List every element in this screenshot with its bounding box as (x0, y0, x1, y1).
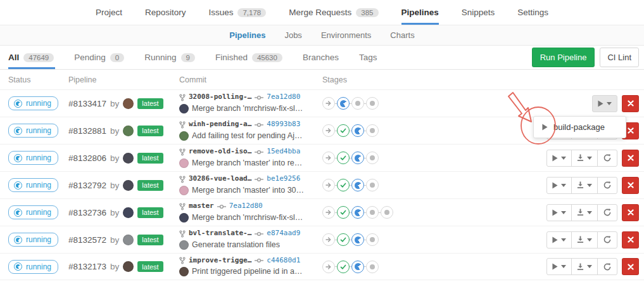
pipeline-id-link[interactable]: #8132736 (68, 208, 106, 217)
status-badge[interactable]: running (8, 124, 58, 138)
cancel-pipeline-button[interactable] (622, 150, 639, 167)
stage-running-icon[interactable] (351, 152, 364, 164)
commit-message-link[interactable]: Merge branch 'master' into 30… (192, 184, 304, 197)
stage-running-icon[interactable] (351, 206, 364, 219)
status-badge[interactable]: running (8, 260, 58, 274)
run-pipeline-button[interactable]: Run Pipeline (532, 48, 595, 67)
commit-author-avatar[interactable] (179, 186, 189, 195)
retry-pipeline-button[interactable] (597, 231, 617, 248)
commit-message-link[interactable]: Merge branch 'master' into re… (192, 157, 302, 169)
subnav-item-charts[interactable]: Charts (390, 30, 414, 40)
user-avatar[interactable] (123, 180, 134, 191)
main-nav-item-project[interactable]: Project (96, 0, 122, 25)
stage-passed-icon[interactable] (337, 179, 350, 191)
tab-finished[interactable]: Finished 45630 (205, 46, 293, 69)
main-nav-item-merge-requests[interactable]: Merge Requests 385 (289, 0, 378, 25)
stage-skipped-icon[interactable] (322, 179, 335, 191)
commit-sha-link[interactable]: 48993b83 (267, 119, 300, 130)
cancel-pipeline-button[interactable] (622, 258, 639, 275)
download-artifacts-button[interactable] (571, 204, 598, 221)
status-badge[interactable]: running (8, 233, 58, 247)
cancel-pipeline-button[interactable] (622, 95, 639, 112)
cancel-pipeline-button[interactable] (622, 204, 639, 221)
status-badge[interactable]: running (8, 178, 58, 192)
commit-message-link[interactable]: Merge branch 'mrchrisw-fix-sl… (192, 103, 303, 115)
stage-created-icon[interactable] (381, 206, 393, 219)
commit-message-link[interactable]: Print triggered pipeline id in a… (192, 266, 302, 278)
pipeline-id-link[interactable]: #8133417 (68, 99, 106, 108)
stage-created-icon[interactable] (366, 233, 379, 246)
tab-pending[interactable]: Pending 0 (64, 46, 134, 69)
user-avatar[interactable] (123, 207, 134, 218)
branch-name-link[interactable]: remove-old-iso… (189, 146, 251, 157)
commit-message-link[interactable]: Generate translation files (192, 239, 280, 251)
commit-author-avatar[interactable] (179, 267, 189, 276)
retry-pipeline-button[interactable] (597, 150, 617, 167)
stage-skipped-icon[interactable] (322, 261, 335, 273)
stage-skipped-icon[interactable] (322, 206, 335, 219)
tab-all[interactable]: All 47649 (8, 46, 64, 69)
branch-name-link[interactable]: winh-pending-a… (189, 119, 251, 130)
cancel-pipeline-button[interactable] (622, 231, 639, 248)
main-nav-item-settings[interactable]: Settings (517, 0, 548, 25)
commit-sha-link[interactable]: e874aad9 (267, 228, 300, 239)
download-artifacts-button[interactable] (571, 177, 598, 194)
branch-name-link[interactable]: bvl-translate-… (189, 228, 251, 239)
stage-passed-icon[interactable] (337, 233, 350, 246)
pipeline-id-link[interactable]: #8132792 (68, 181, 106, 190)
play-manual-jobs-button[interactable] (546, 177, 572, 194)
commit-author-avatar[interactable] (179, 240, 189, 250)
status-badge[interactable]: running (8, 96, 58, 110)
commit-author-avatar[interactable] (179, 213, 189, 223)
play-manual-jobs-button[interactable] (546, 231, 572, 248)
branch-name-link[interactable]: master (189, 201, 214, 212)
commit-author-avatar[interactable] (179, 104, 189, 113)
subnav-item-jobs[interactable]: Jobs (284, 30, 301, 40)
status-badge[interactable]: running (8, 151, 58, 165)
commit-sha-link[interactable]: be1e9256 (267, 174, 300, 184)
stage-created-icon[interactable] (366, 124, 379, 137)
user-avatar[interactable] (123, 153, 134, 164)
commit-author-avatar[interactable] (179, 131, 189, 141)
stage-passed-icon[interactable] (337, 152, 350, 164)
main-nav-item-issues[interactable]: Issues 7,178 (208, 0, 266, 25)
cancel-pipeline-button[interactable] (622, 177, 639, 194)
subnav-item-pipelines[interactable]: Pipelines (229, 30, 265, 40)
play-manual-jobs-button[interactable] (592, 95, 617, 112)
commit-sha-link[interactable]: 7ea12d80 (229, 201, 263, 212)
user-avatar[interactable] (123, 126, 134, 136)
download-artifacts-button[interactable] (571, 150, 598, 167)
pipeline-id-link[interactable]: #8132173 (68, 262, 106, 271)
branch-name-link[interactable]: 30286-vue-load… (189, 174, 251, 184)
play-manual-jobs-button[interactable] (546, 150, 572, 167)
download-artifacts-button[interactable] (571, 231, 598, 248)
stage-created-icon[interactable] (366, 261, 379, 273)
play-manual-jobs-button[interactable] (546, 204, 572, 221)
stage-running-icon[interactable] (351, 179, 364, 191)
main-nav-item-pipelines[interactable]: Pipelines (401, 0, 439, 25)
retry-pipeline-button[interactable] (597, 204, 617, 221)
tab-tags[interactable]: Tags (349, 46, 388, 69)
stage-passed-icon[interactable] (337, 261, 350, 273)
commit-sha-link[interactable]: 7ea12d80 (267, 92, 300, 103)
download-artifacts-button[interactable] (571, 258, 598, 275)
status-badge[interactable]: running (8, 205, 58, 219)
stage-created-icon[interactable] (366, 206, 379, 219)
stage-skipped-icon[interactable] (322, 152, 335, 164)
stage-created-icon[interactable] (366, 152, 379, 164)
stage-skipped-icon[interactable] (322, 124, 335, 137)
play-manual-jobs-button[interactable] (546, 258, 572, 275)
commit-message-link[interactable]: Merge branch 'mrchrisw-fix-sl… (192, 212, 303, 224)
stage-running-icon[interactable] (337, 97, 350, 110)
tab-running[interactable]: Running 9 (134, 46, 205, 69)
stage-running-icon[interactable] (351, 261, 364, 273)
stage-skipped-icon[interactable] (322, 233, 335, 246)
pipeline-id-link[interactable]: #8132572 (68, 235, 106, 245)
user-avatar[interactable] (123, 235, 134, 245)
retry-pipeline-button[interactable] (597, 258, 617, 275)
stage-passed-icon[interactable] (337, 124, 350, 137)
commit-sha-link[interactable]: 15ed4bba (267, 146, 300, 157)
stage-created-icon[interactable] (366, 179, 379, 191)
tab-branches[interactable]: Branches (293, 46, 349, 69)
retry-pipeline-button[interactable] (597, 177, 617, 194)
